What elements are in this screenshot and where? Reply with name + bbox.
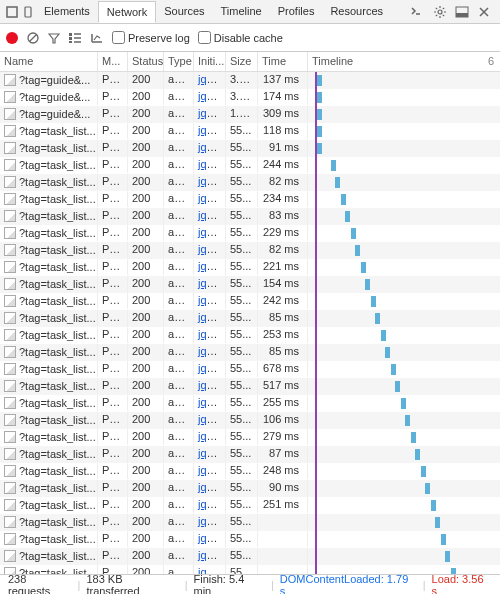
disable-cache-checkbox[interactable]: Disable cache	[198, 31, 283, 44]
col-type[interactable]: Type	[164, 52, 194, 71]
status: 200	[128, 140, 164, 156]
initiator-link[interactable]: jqu...	[198, 141, 222, 153]
table-row[interactable]: ?tag=task_list...PO...200ap...jqu...55..…	[0, 361, 500, 378]
file-icon	[4, 91, 16, 103]
timing-bar	[411, 432, 416, 443]
initiator-link[interactable]: jqu...	[198, 430, 222, 442]
preserve-log-checkbox[interactable]: Preserve log	[112, 31, 190, 44]
console-icon[interactable]	[410, 4, 426, 20]
col-size[interactable]: Size	[226, 52, 258, 71]
tab-network[interactable]: Network	[98, 1, 156, 23]
table-row[interactable]: ?tag=task_list...PO...200ap...jqu...55..…	[0, 548, 500, 565]
table-row[interactable]: ?tag=task_list...PO...200ap...jqu...55..…	[0, 531, 500, 548]
table-row[interactable]: ?tag=task_list...PO...200ap...jqu...55..…	[0, 463, 500, 480]
table-row[interactable]: ?tag=task_list...PO...200ap...jqu...55..…	[0, 327, 500, 344]
initiator-link[interactable]: jqu...	[198, 362, 222, 374]
initiator-link[interactable]: jqu...	[198, 175, 222, 187]
disable-cache-label: Disable cache	[214, 32, 283, 44]
file-icon	[4, 74, 16, 86]
time: 82 ms	[258, 242, 308, 258]
initiator-link[interactable]: jqu...	[198, 345, 222, 357]
table-row[interactable]: ?tag=task_list...PO...200ap...jqu...55..…	[0, 174, 500, 191]
table-row[interactable]: ?tag=task_list...PO...200ap...jqu...55..…	[0, 259, 500, 276]
initiator-link[interactable]: jqu...	[198, 158, 222, 170]
table-row[interactable]: ?tag=task_list...PO...200ap...jqu...55..…	[0, 412, 500, 429]
initiator-link[interactable]: jqu...	[198, 379, 222, 391]
table-row[interactable]: ?tag=guide&...PO...200ap...jqu...3.8...1…	[0, 89, 500, 106]
table-row[interactable]: ?tag=guide&...PO...200ap...jqu...3.1...1…	[0, 72, 500, 89]
dock-toggle-icon[interactable]	[454, 4, 470, 20]
table-row[interactable]: ?tag=task_list...PO...200ap...jqu...55..…	[0, 497, 500, 514]
table-row[interactable]: ?tag=task_list...PO...200ap...jqu...55..…	[0, 242, 500, 259]
table-row[interactable]: ?tag=task_list...PO...200ap...jqu...55..…	[0, 208, 500, 225]
initiator-link[interactable]: jqu...	[198, 447, 222, 459]
initiator-link[interactable]: jqu...	[198, 260, 222, 272]
table-row[interactable]: ?tag=task_list...PO...200ap...jqu...55..…	[0, 480, 500, 497]
table-row[interactable]: ?tag=task_list...PO...200ap...jqu...55..…	[0, 276, 500, 293]
initiator-link[interactable]: jqu...	[198, 481, 222, 493]
table-row[interactable]: ?tag=task_list...PO...200ap...jqu...55..…	[0, 514, 500, 531]
table-row[interactable]: ?tag=task_list...PO...200ap...jqu...55..…	[0, 429, 500, 446]
table-row[interactable]: ?tag=task_list...PO...200ap...jqu...55..…	[0, 293, 500, 310]
initiator-link[interactable]: jqu...	[198, 532, 222, 544]
initiator-link[interactable]: jqu...	[198, 413, 222, 425]
tab-sources[interactable]: Sources	[156, 1, 212, 22]
timeline-cell	[308, 123, 500, 139]
clear-icon[interactable]	[26, 31, 40, 45]
table-row[interactable]: ?tag=task_list...PO...200ap...jqu...55..…	[0, 140, 500, 157]
tab-timeline[interactable]: Timeline	[213, 1, 270, 22]
table-row[interactable]: ?tag=task_list...PO...200ap...jqu...55..…	[0, 446, 500, 463]
filter-icon[interactable]	[48, 32, 60, 44]
col-initiator[interactable]: Initi...	[194, 52, 226, 71]
initiator-link[interactable]: jqu...	[198, 498, 222, 510]
timing-bar	[391, 364, 396, 375]
initiator-link[interactable]: jqu...	[198, 311, 222, 323]
initiator-link[interactable]: jqu...	[198, 73, 222, 85]
gear-icon[interactable]	[432, 4, 448, 20]
request-grid[interactable]: ?tag=guide&...PO...200ap...jqu...3.1...1…	[0, 72, 500, 574]
initiator-link[interactable]: jqu...	[198, 124, 222, 136]
col-name[interactable]: Name	[0, 52, 98, 71]
initiator-link[interactable]: jqu...	[198, 243, 222, 255]
method: PO...	[98, 242, 128, 258]
table-row[interactable]: ?tag=task_list...PO...200ap...jqu...55..…	[0, 378, 500, 395]
initiator-link[interactable]: jqu...	[198, 464, 222, 476]
time: 82 ms	[258, 174, 308, 190]
initiator-link[interactable]: jqu...	[198, 328, 222, 340]
initiator-link[interactable]: jqu...	[198, 209, 222, 221]
initiator-link[interactable]: jqu...	[198, 226, 222, 238]
table-row[interactable]: ?tag=task_list...PO...200ap...jqu...55..…	[0, 395, 500, 412]
table-row[interactable]: ?tag=guide&...PO...200ap...jqu...1.3...3…	[0, 106, 500, 123]
initiator-link[interactable]: jqu...	[198, 107, 222, 119]
close-icon[interactable]	[476, 4, 492, 20]
dock-square-icon[interactable]	[4, 6, 20, 18]
col-status[interactable]: Status	[128, 52, 164, 71]
table-row[interactable]: ?tag=task_list...PO...200ap...jqu...55..…	[0, 123, 500, 140]
initiator-link[interactable]: jqu...	[198, 515, 222, 527]
table-row[interactable]: ?tag=task_list...PO...200ap...jqu...55..…	[0, 191, 500, 208]
col-time[interactable]: Time	[258, 52, 308, 71]
details-icon[interactable]	[68, 32, 82, 44]
status: 200	[128, 157, 164, 173]
initiator-link[interactable]: jqu...	[198, 396, 222, 408]
view-icon[interactable]	[90, 32, 104, 44]
table-row[interactable]: ?tag=task_list...PO...200ap...jqu...55..…	[0, 157, 500, 174]
table-row[interactable]: ?tag=task_list...PO...200ap...jqu...55..…	[0, 310, 500, 327]
device-icon[interactable]	[20, 6, 36, 18]
initiator-link[interactable]: jqu...	[198, 294, 222, 306]
table-row[interactable]: ?tag=task_list...PO...200ap...jqu...55..…	[0, 225, 500, 242]
tab-profiles[interactable]: Profiles	[270, 1, 323, 22]
initiator-link[interactable]: jqu...	[198, 192, 222, 204]
initiator-link[interactable]: jqu...	[198, 90, 222, 102]
table-row[interactable]: ?tag=task_list...PO...200ap...jqu...55..…	[0, 344, 500, 361]
col-timeline[interactable]: Timeline6	[308, 52, 500, 71]
col-method[interactable]: M...	[98, 52, 128, 71]
record-icon[interactable]	[6, 32, 18, 44]
initiator-link[interactable]: jqu...	[198, 549, 222, 561]
time: 244 ms	[258, 157, 308, 173]
file-icon	[4, 193, 16, 205]
timing-bar	[331, 160, 336, 171]
initiator-link[interactable]: jqu...	[198, 277, 222, 289]
tab-resources[interactable]: Resources	[322, 1, 391, 22]
tab-elements[interactable]: Elements	[36, 1, 98, 22]
